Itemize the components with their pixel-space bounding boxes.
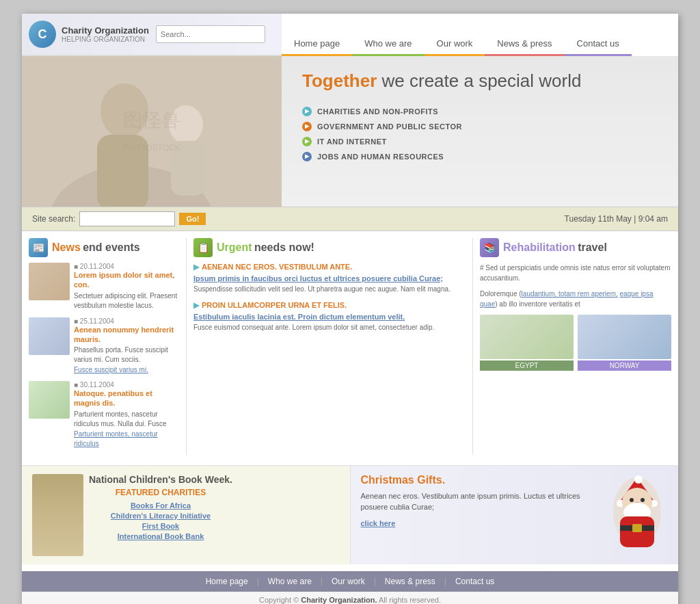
news-thumbnail xyxy=(29,263,70,300)
header-top: C Charity Organization HELPING ORGANIZAT… xyxy=(22,14,678,56)
hero-link-item[interactable]: ▶GOVERNMENT AND PUBLIC SECTOR xyxy=(302,122,658,131)
footer-nav-link[interactable]: News & press xyxy=(379,577,441,586)
hero-svg xyxy=(22,56,282,207)
hero-link-item[interactable]: ▶JOBS AND HUMAN RESOURCES xyxy=(302,152,658,161)
svg-point-13 xyxy=(641,498,645,502)
urgent-item-link[interactable]: Estibulum iaculis lacinia est. Proin dic… xyxy=(193,313,466,321)
footer-copyright-text: Copyright © Charity Organization. All ri… xyxy=(259,596,441,604)
hero-photo: 图怪兽PHOTOSTOCK xyxy=(22,56,282,207)
rehab-text2: Doloremque (laudantium, totam rem aperie… xyxy=(480,289,671,309)
charity-link[interactable]: Children's Literacy Initiative xyxy=(89,512,232,520)
nav-item-contact-us[interactable]: Contact us xyxy=(565,30,632,56)
rehab-image xyxy=(480,315,574,359)
charity-link[interactable]: Books For Africa xyxy=(89,501,232,510)
featured-charities-label: FEATURED CHARITIES xyxy=(89,488,232,497)
site-search-input[interactable] xyxy=(79,211,175,226)
rehab-image-container: NORWAY xyxy=(578,315,671,371)
rehab-image-label: NORWAY xyxy=(578,360,671,371)
site-search: Site search: Go! xyxy=(32,211,206,226)
hero-link-item[interactable]: ▶CHARITIES AND NON-PROFITS xyxy=(302,107,658,116)
charity-link-item[interactable]: Books For Africa xyxy=(89,501,232,510)
book-week-section: National Children's Book Week. FEATURED … xyxy=(22,466,351,564)
hero-link-item[interactable]: ▶IT AND INTERNET xyxy=(302,137,658,146)
urgent-icon: 📋 xyxy=(193,238,213,257)
rehab-image-label: EGYPT xyxy=(480,360,574,371)
nav-block: Home pageWho we areOur workNews & pressC… xyxy=(282,14,678,56)
hero-links-list: ▶CHARITIES AND NON-PROFITS▶GOVERNMENT AN… xyxy=(302,107,658,161)
news-link[interactable]: Fusce suscipit varius mi. xyxy=(74,366,148,373)
news-item: ■ 25.11.2004 Aenean nonummy hendrerit ma… xyxy=(29,317,179,375)
charity-link-item[interactable]: First Book xyxy=(89,522,232,530)
hero-bullet-0: ▶ xyxy=(302,107,312,116)
santa-image xyxy=(606,474,668,549)
footer-nav-link[interactable]: Contact us xyxy=(450,577,500,586)
hero-bullet-2: ▶ xyxy=(302,137,312,146)
christmas-section: Christmas Gifts. Aenean nec eros. Vestib… xyxy=(351,466,679,564)
news-text-block: ■ 25.11.2004 Aenean nonummy hendrerit ma… xyxy=(74,317,179,375)
nav-item-news-&-press[interactable]: News & press xyxy=(485,30,564,56)
rehab-column: 📚 Rehabilitation travel # Sed ut perspic… xyxy=(480,238,671,455)
rehab-col-header: 📚 Rehabilitation travel xyxy=(480,238,671,257)
news-link[interactable]: Parturient montes, nascetur ridiculus xyxy=(74,430,158,447)
news-icon: 📰 xyxy=(29,238,48,257)
logo-text-area: Charity Organization HELPING ORGANIZATIO… xyxy=(62,25,149,43)
charity-links-list: Books For AfricaChildren's Literacy Init… xyxy=(89,501,232,540)
nav-item-who-we-are[interactable]: Who we are xyxy=(352,30,424,56)
go-button[interactable]: Go! xyxy=(179,213,206,225)
christmas-title: Christmas Gifts. xyxy=(361,474,600,486)
news-title[interactable]: Aenean nonummy hendrerit mauris. xyxy=(74,325,179,345)
urgent-col-title: Urgent needs now! xyxy=(217,241,314,254)
svg-point-10 xyxy=(634,475,643,484)
urgent-col-header: 📋 Urgent needs now! xyxy=(193,238,466,257)
site-header: C Charity Organization HELPING ORGANIZAT… xyxy=(22,14,678,56)
footer-nav-link[interactable]: Who we are xyxy=(262,577,317,586)
charity-link-item[interactable]: International Book Bank xyxy=(89,532,232,540)
urgent-item-title: ▶PROIN ULLAMCORPER URNA ET FELIS. xyxy=(193,301,466,310)
footer-org-name: Charity Organization. xyxy=(301,596,377,604)
footer-separator: | xyxy=(374,577,376,586)
news-item: ■ 30.11.2004 Natoque. penatibus et magni… xyxy=(29,381,179,448)
svg-rect-18 xyxy=(632,524,642,532)
main-content: 📰 News end events ■ 20.11.2004 Lorem ips… xyxy=(22,231,678,462)
christmas-link[interactable]: click here xyxy=(361,519,396,527)
santa-svg xyxy=(606,474,668,549)
nav-item-our-work[interactable]: Our work xyxy=(425,30,485,56)
christmas-desc: Aenean nec eros. Vestibulum ante ipsum p… xyxy=(361,490,600,513)
footer-separator: | xyxy=(321,577,323,586)
news-thumbnail xyxy=(29,317,70,355)
footer-nav: Home page|Who we are|Our work|News & pre… xyxy=(22,571,678,592)
news-thumbnail xyxy=(29,381,70,419)
book-week-content: National Children's Book Week. FEATURED … xyxy=(89,474,232,542)
nav-item-home-page[interactable]: Home page xyxy=(282,30,352,56)
news-desc: Sectetuer adipiscing elit. Praesent vest… xyxy=(74,291,179,311)
news-items-container: ■ 20.11.2004 Lorem ipsum dolor sit amet,… xyxy=(29,263,179,448)
header-search-input[interactable] xyxy=(156,25,265,43)
hero-section: 图怪兽PHOTOSTOCK Together we create a speci… xyxy=(22,56,678,207)
bottom-sections: National Children's Book Week. FEATURED … xyxy=(22,465,678,564)
footer-nav-link[interactable]: Home page xyxy=(200,577,254,586)
footer-separator: | xyxy=(257,577,259,586)
news-date: ■ 30.11.2004 xyxy=(74,381,179,389)
charity-link-item[interactable]: Children's Literacy Initiative xyxy=(89,512,232,520)
charity-link[interactable]: First Book xyxy=(89,522,232,530)
hero-bullet-3: ▶ xyxy=(302,152,312,161)
news-date: ■ 25.11.2004 xyxy=(74,317,179,325)
news-desc: Parturient montes, nascetur ridiculus mu… xyxy=(74,410,179,429)
urgent-items-container: ▶AENEAN NEC EROS. VESTIBULUM ANTE. Ipsum… xyxy=(193,263,466,332)
rehab-link1[interactable]: laudantium, totam rem aperiem, xyxy=(522,290,618,298)
urgent-item-link[interactable]: Ipsum primis in faucibus orci luctus et … xyxy=(193,274,466,283)
hero-text: Together we create a special world ▶CHAR… xyxy=(282,56,678,207)
rehab-icon: 📚 xyxy=(480,238,499,257)
logo-icon: C xyxy=(29,21,56,48)
footer-separator: | xyxy=(444,577,446,586)
charity-link[interactable]: International Book Bank xyxy=(89,532,232,540)
news-col-header: 📰 News end events xyxy=(29,238,179,257)
book-week-title: National Children's Book Week. xyxy=(89,474,232,485)
news-title[interactable]: Natoque. penatibus et magnis dis. xyxy=(74,389,179,408)
hero-title-bold: Together xyxy=(302,70,377,91)
urgent-item-desc: Suspendisse sollicitudin velit sed leo. … xyxy=(193,285,466,294)
footer-nav-link[interactable]: Our work xyxy=(326,577,371,586)
news-text-block: ■ 20.11.2004 Lorem ipsum dolor sit amet,… xyxy=(74,263,179,311)
news-title[interactable]: Lorem ipsum dolor sit amet, con. xyxy=(74,270,179,290)
logo-tagline: HELPING ORGANIZATION xyxy=(62,36,149,43)
